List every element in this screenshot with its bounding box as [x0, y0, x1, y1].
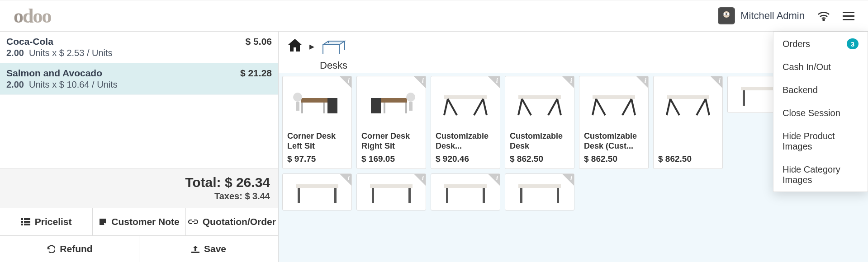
product-image: i	[357, 76, 426, 128]
order-totals: Total: $ 26.34 Taxes: $ 3.44	[0, 168, 278, 208]
orders-badge: 3	[847, 38, 859, 49]
svg-rect-12	[24, 218, 30, 220]
undo-icon	[46, 245, 55, 253]
product-price: $ 920.46	[436, 154, 495, 164]
taxes-value: $ 3.44	[245, 191, 270, 201]
product-name: Corner Desk Right Sit	[361, 131, 421, 151]
line-detail: 2.00 Units x $ 10.64 / Units	[6, 80, 272, 90]
product-price: $ 169.05	[361, 154, 421, 164]
quotation-button[interactable]: Quotation/Order	[186, 208, 278, 235]
product-card[interactable]: iCustomizable Desk...$ 920.46	[431, 76, 500, 169]
main-menu-dropdown: Orders 3 Cash In/Out Backend Close Sessi…	[773, 32, 868, 192]
svg-rect-24	[405, 103, 407, 113]
product-card[interactable]: i	[505, 173, 574, 211]
svg-rect-31	[667, 95, 709, 99]
info-icon[interactable]: i	[645, 77, 646, 84]
menu-hide-category-images[interactable]: Hide Category Images	[773, 158, 868, 192]
svg-rect-7	[843, 15, 854, 17]
wifi-icon[interactable]	[817, 11, 830, 21]
svg-rect-37	[334, 188, 337, 203]
svg-rect-39	[372, 188, 374, 203]
taxes-label: Taxes:	[214, 191, 242, 201]
svg-rect-23	[371, 98, 381, 113]
user-chip[interactable]: Mitchell Admin	[718, 7, 805, 24]
svg-rect-38	[370, 184, 413, 188]
info-icon[interactable]: i	[570, 174, 572, 182]
breadcrumb-category[interactable]: Desks	[320, 36, 347, 71]
info-icon[interactable]: i	[422, 174, 424, 182]
menu-cash[interactable]: Cash In/Out	[773, 56, 868, 79]
order-panel: Coca-Cola$ 5.062.00 Units x $ 2.53 / Uni…	[0, 32, 279, 262]
product-price: $ 862.50	[584, 154, 644, 164]
product-name: Corner Desk Left Sit	[287, 131, 347, 151]
action-row-1: Pricelist Customer Note Quotation/Order	[0, 208, 278, 235]
product-card[interactable]: i$ 862.50	[653, 76, 723, 169]
product-panel: ▸ Desks iCorner Desk Left Sit$ 97.75iCor…	[279, 32, 868, 262]
menu-hide-product-images[interactable]: Hide Product Images	[773, 125, 868, 158]
breadcrumb-home[interactable]	[286, 36, 304, 54]
svg-rect-42	[446, 188, 448, 203]
note-icon	[99, 218, 107, 226]
product-image: i	[579, 76, 648, 128]
product-card[interactable]: iCorner Desk Left Sit$ 97.75	[282, 76, 352, 169]
user-area: Mitchell Admin	[718, 7, 854, 24]
customer-note-button[interactable]: Customer Note	[93, 208, 185, 235]
hamburger-icon[interactable]	[843, 11, 854, 21]
desk-icon	[321, 36, 346, 59]
total-label: Total:	[185, 175, 221, 190]
pricelist-button[interactable]: Pricelist	[0, 208, 93, 235]
info-icon[interactable]: i	[422, 77, 424, 84]
info-icon[interactable]: i	[348, 174, 350, 182]
svg-point-4	[727, 13, 730, 15]
info-icon[interactable]: i	[719, 77, 721, 84]
product-card[interactable]: iCorner Desk Right Sit$ 169.05	[356, 76, 426, 169]
svg-rect-36	[298, 188, 300, 203]
svg-rect-40	[408, 188, 411, 203]
logo[interactable]: odoo	[14, 5, 51, 28]
refund-button[interactable]: Refund	[0, 236, 139, 262]
svg-rect-44	[518, 184, 561, 188]
svg-point-20	[293, 93, 302, 102]
line-product-name: Coca-Cola	[6, 36, 53, 47]
upload-icon	[191, 245, 199, 253]
product-image: i	[283, 76, 351, 128]
product-image: i	[431, 76, 500, 128]
product-card[interactable]: i	[356, 173, 426, 211]
line-product-name: Salmon and Avocado	[6, 68, 102, 79]
svg-rect-11	[21, 224, 23, 225]
menu-orders[interactable]: Orders 3	[773, 32, 868, 56]
order-lines: Coca-Cola$ 5.062.00 Units x $ 2.53 / Uni…	[0, 32, 278, 95]
product-image: i	[431, 174, 500, 210]
info-icon[interactable]: i	[496, 174, 498, 182]
order-line[interactable]: Salmon and Avocado$ 21.282.00 Units x $ …	[0, 63, 278, 95]
svg-point-5	[823, 19, 825, 21]
svg-rect-25	[384, 103, 385, 113]
svg-rect-21	[296, 102, 299, 111]
action-row-2: Refund Save	[0, 235, 278, 262]
info-icon[interactable]: i	[496, 77, 498, 84]
product-image: i	[654, 76, 722, 128]
list-icon	[21, 218, 30, 226]
menu-close-session[interactable]: Close Session	[773, 102, 868, 125]
svg-rect-43	[483, 188, 485, 203]
product-card[interactable]: i	[282, 173, 352, 211]
chevron-right-icon: ▸	[309, 36, 314, 52]
menu-backend[interactable]: Backend	[773, 79, 868, 102]
line-subtotal: $ 5.06	[246, 36, 272, 47]
svg-rect-6	[843, 12, 854, 13]
breadcrumb-category-label: Desks	[320, 60, 347, 71]
svg-rect-18	[301, 103, 303, 113]
product-card[interactable]: iCustomizable Desk (Cust...$ 862.50	[579, 76, 649, 169]
svg-rect-27	[409, 102, 413, 111]
info-icon[interactable]: i	[348, 77, 350, 84]
product-card[interactable]: iCustomizable Desk (Custom,...$ 862.50	[505, 76, 574, 169]
order-line[interactable]: Coca-Cola$ 5.062.00 Units x $ 2.53 / Uni…	[0, 32, 278, 63]
product-image: i	[505, 174, 574, 210]
product-card[interactable]: i	[431, 173, 500, 211]
save-button[interactable]: Save	[139, 236, 278, 262]
product-price: $ 862.50	[510, 154, 569, 164]
total-value: $ 26.34	[225, 175, 270, 190]
info-icon[interactable]: i	[570, 77, 572, 84]
product-name: Customizable Desk (Custom,...	[510, 131, 569, 151]
svg-rect-45	[520, 188, 522, 203]
